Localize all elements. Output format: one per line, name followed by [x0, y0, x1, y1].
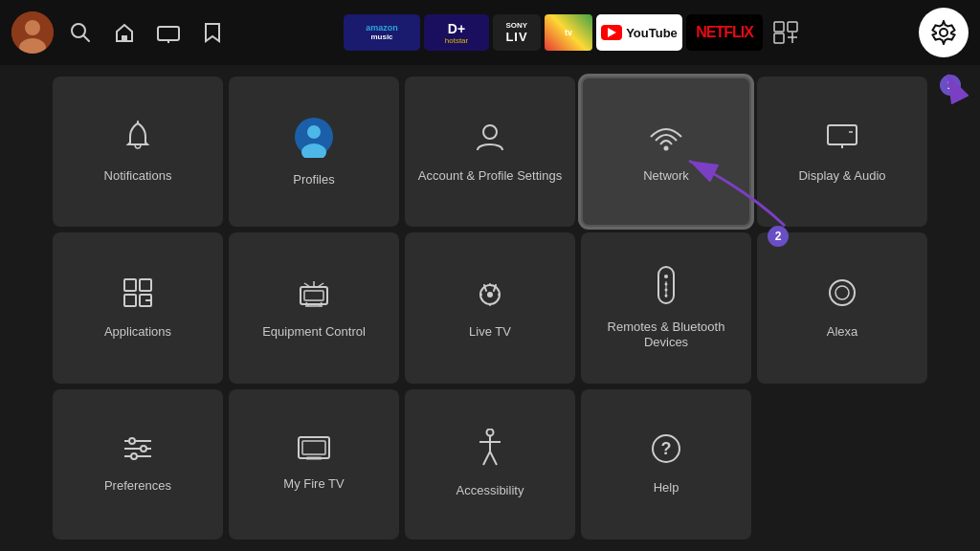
svg-point-52 [141, 446, 146, 452]
svg-point-1 [25, 20, 40, 35]
tile-remotes-bluetooth-label: Remotes & Bluetooth Devices [581, 320, 751, 352]
applications-icon [121, 276, 155, 315]
tile-equipment-control-label: Equipment Control [255, 324, 373, 341]
topbar: amazon music D+ hotstar SONY LIV tv YouT… [0, 0, 980, 65]
tile-applications[interactable]: Applications [53, 232, 223, 383]
account-icon [473, 120, 507, 159]
settings-grid: Notifications Profiles Account & Prof [0, 65, 980, 551]
display-audio-icon [824, 120, 860, 159]
preferences-icon [121, 433, 155, 469]
svg-point-44 [665, 282, 668, 285]
tile-notifications[interactable]: Notifications [53, 77, 223, 227]
svg-rect-9 [774, 22, 784, 32]
svg-rect-25 [124, 279, 136, 291]
svg-point-48 [835, 286, 849, 299]
network-icon [647, 120, 685, 159]
svg-rect-5 [122, 35, 127, 41]
tv-icon[interactable] [151, 15, 186, 50]
svg-rect-11 [774, 33, 784, 43]
annotation-1-circle: 1 [940, 75, 961, 96]
annotation-2-circle: 2 [768, 226, 789, 247]
netflix-badge[interactable]: NETFLIX [686, 14, 763, 51]
equipment-control-icon [295, 276, 333, 315]
tile-account-label: Account & Profile Settings [411, 168, 569, 185]
svg-line-62 [490, 452, 497, 465]
svg-rect-21 [828, 125, 857, 144]
tile-alexa[interactable]: Alexa [757, 232, 927, 383]
bookmark-icon[interactable] [195, 15, 230, 50]
annotation-2-badge: 2 [768, 226, 789, 247]
svg-point-47 [830, 280, 855, 305]
svg-point-19 [483, 125, 497, 139]
avatar[interactable] [11, 11, 54, 54]
tile-preferences[interactable]: Preferences [53, 389, 223, 540]
annotation-1-badge: 1 [940, 75, 961, 96]
tile-display-audio[interactable]: Display & Audio [757, 77, 927, 227]
remotes-bluetooth-icon [653, 265, 679, 310]
svg-point-45 [665, 288, 668, 291]
tile-profiles[interactable]: Profiles [229, 77, 399, 227]
svg-rect-56 [302, 441, 325, 454]
tile-account-profile[interactable]: Account & Profile Settings [405, 77, 575, 227]
app-strip: amazon music D+ hotstar SONY LIV tv YouT… [239, 14, 909, 51]
tile-equipment-control[interactable]: Equipment Control [229, 232, 399, 383]
alexa-icon [825, 276, 859, 315]
svg-rect-10 [788, 22, 797, 32]
svg-point-46 [665, 294, 668, 297]
svg-point-42 [664, 275, 668, 278]
netflix-label: NETFLIX [696, 24, 753, 41]
tile-applications-label: Applications [97, 324, 179, 341]
svg-rect-6 [158, 27, 179, 40]
disney-hotstar-badge[interactable]: D+ hotstar [424, 14, 489, 51]
svg-rect-32 [304, 291, 323, 300]
tile-network-label: Network [635, 168, 697, 185]
help-icon: ? [649, 431, 683, 471]
svg-rect-26 [140, 279, 151, 291]
svg-point-20 [664, 145, 669, 150]
my-fire-tv-icon [297, 435, 331, 467]
notification-icon [121, 120, 155, 159]
tile-preferences-label: Preferences [97, 478, 179, 495]
tile-display-audio-label: Display & Audio [791, 168, 893, 185]
settings-button[interactable] [919, 8, 969, 57]
tile-accessibility[interactable]: Accessibility [405, 389, 575, 540]
tile-help-label: Help [646, 480, 687, 496]
home-icon[interactable] [107, 15, 142, 50]
svg-point-54 [131, 453, 137, 459]
svg-text:?: ? [661, 439, 672, 458]
amazon-music-badge[interactable]: amazon music [344, 14, 420, 51]
sony-tv-badge[interactable]: tv [545, 14, 592, 51]
tile-live-tv-label: Live TV [461, 324, 519, 341]
svg-line-61 [483, 452, 490, 465]
tile-remotes-bluetooth[interactable]: Remotes & Bluetooth Devices [581, 232, 751, 383]
tile-my-fire-tv-label: My Fire TV [276, 476, 351, 493]
svg-line-4 [83, 35, 89, 41]
svg-point-17 [307, 125, 321, 139]
search-icon[interactable] [63, 15, 98, 50]
tile-profiles-label: Profiles [285, 172, 342, 188]
tile-network[interactable]: Network [581, 77, 751, 227]
tile-notifications-label: Notifications [97, 168, 180, 185]
svg-point-40 [487, 292, 493, 298]
svg-point-14 [940, 29, 947, 36]
sony-liv-badge[interactable]: SONY LIV [493, 14, 541, 51]
tile-accessibility-label: Accessibility [449, 483, 532, 499]
svg-point-58 [487, 430, 494, 436]
tile-live-tv[interactable]: Live TV [405, 232, 575, 383]
youtube-badge[interactable]: YouTube [596, 14, 682, 51]
svg-rect-27 [124, 295, 136, 306]
tile-my-fire-tv[interactable]: My Fire TV [229, 389, 399, 540]
live-tv-icon [473, 276, 507, 315]
profiles-icon [293, 116, 335, 163]
tile-help[interactable]: ? Help [581, 389, 751, 540]
svg-point-50 [129, 438, 135, 444]
all-apps-badge[interactable] [767, 14, 805, 51]
tile-alexa-label: Alexa [819, 324, 866, 341]
accessibility-icon [476, 429, 504, 474]
